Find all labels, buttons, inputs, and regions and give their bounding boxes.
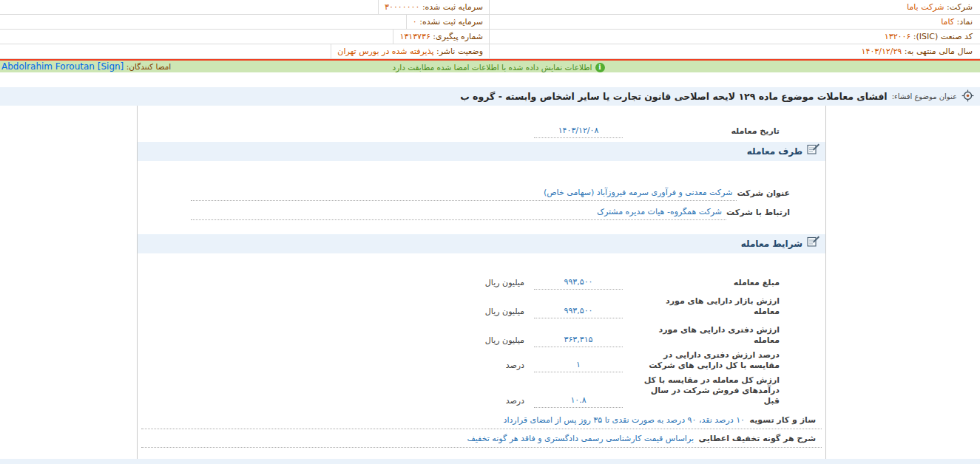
edit-note-icon bbox=[807, 234, 820, 253]
registered-capital-label: سرمایه ثبت شده: bbox=[422, 2, 483, 12]
section-terms-header: شرایط معامله bbox=[138, 234, 825, 253]
symbol-label: نماد: bbox=[957, 17, 973, 27]
fiscal-year-pair: سال مالی منتهی به: ۱۴۰۳/۱۲/۲۹ bbox=[489, 44, 980, 58]
signature-bar: امضا کنندگان: Abdolrahim Foroutan [Sign]… bbox=[0, 59, 980, 72]
book-value-label: ارزش دفتری دارایی های مورد معامله bbox=[639, 325, 780, 347]
book-value-value: ۳۶۳,۳۱۵ bbox=[534, 335, 623, 347]
discount-row: شرح هر گونه تخفیف اعطایی براساس قیمت کار… bbox=[141, 434, 822, 448]
unregistered-capital-label: سرمایه ثبت نشده: bbox=[419, 17, 483, 27]
book-value-unit: میلیون ریال bbox=[485, 335, 524, 347]
section-terms-title: شرایط معامله bbox=[741, 234, 802, 253]
fiscal-year-label: سال مالی منتهی به: bbox=[905, 47, 973, 56]
signer-name-link[interactable]: Abdolrahim Foroutan [Sign] bbox=[1, 61, 124, 72]
header-row: نماد: کاما سرمایه ثبت نشده: ۰ bbox=[0, 15, 980, 30]
tracking-number-pair: شماره پیگیری: ۱۳۱۳۷۳۶ bbox=[393, 30, 489, 44]
tracking-number-value: ۱۳۱۳۷۳۶ bbox=[399, 32, 430, 41]
section-party-title: طرف معامله bbox=[747, 142, 802, 161]
amount-row: مبلغ معامله ۹۹۳,۵۰۰ میلیون ریال bbox=[138, 277, 825, 290]
settlement-row: ساز و کار تسویه ۱۰ درصد نقد، ۹۰ درصد به … bbox=[141, 415, 822, 429]
market-value-value: ۹۹۳,۵۰۰ bbox=[534, 306, 623, 318]
company-title-value: شرکت معدنی و فرآوری سرمه فیروزآباد (سهام… bbox=[191, 188, 737, 201]
header-row-filler bbox=[0, 44, 331, 58]
registered-capital-pair: سرمایه ثبت شده: ۳۰۰۰۰۰۰۰ bbox=[378, 0, 489, 14]
edit-note-icon bbox=[807, 142, 820, 161]
market-value-label: ارزش بازار دارایی های مورد معامله bbox=[639, 296, 780, 318]
total-vs-revenue-unit: درصد bbox=[506, 396, 524, 408]
company-value: شرکت باما bbox=[907, 2, 944, 12]
settlement-label: ساز و کار تسویه bbox=[750, 415, 817, 425]
issuer-status-value: پذیرفته شده در بورس تهران bbox=[337, 47, 433, 56]
amount-label: مبلغ معامله bbox=[639, 278, 780, 290]
disclosure-title-bar: عنوان موضوع افشاء: افشای معاملات موضوع م… bbox=[0, 87, 980, 106]
company-title-row: عنوان شرکت شرکت معدنی و فرآوری سرمه فیرو… bbox=[138, 188, 825, 201]
total-vs-revenue-row: ارزش کل معامله در مقایسه با کل درآمدهای … bbox=[138, 375, 825, 408]
info-icon: i bbox=[595, 63, 604, 72]
isic-pair: کد صنعت (ISIC): ۱۳۲۰۰۶ bbox=[489, 30, 980, 44]
symbol-value: کاما bbox=[941, 17, 954, 27]
header-row-filler bbox=[0, 15, 406, 29]
issuer-status-pair: وضعیت ناشر: پذیرفته شده در بورس تهران bbox=[331, 44, 489, 58]
company-relation-label: ارتباط با شرکت bbox=[726, 208, 790, 220]
issuer-status-label: وضعیت ناشر: bbox=[436, 47, 483, 56]
signers-block: امضا کنندگان: Abdolrahim Foroutan [Sign] bbox=[1, 61, 171, 73]
isic-value: ۱۳۲۰۰۶ bbox=[885, 32, 910, 41]
discount-value: براساس قیمت کارشناسی رسمی دادگستری و فاق… bbox=[467, 434, 694, 443]
transaction-date-label: تاریخ معامله bbox=[639, 126, 780, 138]
fiscal-year-value: ۱۴۰۳/۱۲/۲۹ bbox=[862, 47, 902, 56]
header-row-filler bbox=[0, 0, 378, 14]
header-row: شرکت: شرکت باما سرمایه ثبت شده: ۳۰۰۰۰۰۰۰ bbox=[0, 0, 980, 15]
company-pair: شرکت: شرکت باما bbox=[489, 0, 980, 14]
market-value-row: ارزش بازار دارایی های مورد معامله ۹۹۳,۵۰… bbox=[138, 296, 825, 318]
header-row: سال مالی منتهی به: ۱۴۰۳/۱۲/۲۹ وضعیت ناشر… bbox=[0, 44, 980, 59]
scope-icon bbox=[962, 89, 974, 104]
disclosure-page: شرکت: شرکت باما سرمایه ثبت شده: ۳۰۰۰۰۰۰۰… bbox=[0, 0, 980, 464]
company-relation-row: ارتباط با شرکت شرکت همگروه- هیات مدیره م… bbox=[138, 207, 825, 220]
form-container: تاریخ معامله ۱۴۰۳/۱۲/۰۸ طرف معامله عنوان… bbox=[137, 106, 826, 464]
transaction-date-field: ۱۴۰۳/۱۲/۰۸ bbox=[534, 126, 623, 138]
total-vs-revenue-label: ارزش کل معامله در مقایسه با کل درآمدهای … bbox=[639, 375, 780, 408]
total-vs-revenue-value: ۱۰.۸ bbox=[534, 395, 623, 408]
page-title: افشای معاملات موضوع ماده ۱۲۹ لایحه اصلاح… bbox=[460, 91, 887, 102]
tracking-number-label: شماره پیگیری: bbox=[433, 32, 483, 41]
company-relation-value: شرکت همگروه- هیات مدیره مشترک bbox=[191, 207, 726, 220]
company-title-label: عنوان شرکت bbox=[737, 188, 790, 201]
header-row-filler bbox=[0, 30, 393, 44]
book-value-row: ارزش دفتری دارایی های مورد معامله ۳۶۳,۳۱… bbox=[138, 325, 825, 347]
discount-label: شرح هر گونه تخفیف اعطایی bbox=[699, 434, 816, 443]
amount-value: ۹۹۳,۵۰۰ bbox=[534, 277, 623, 290]
symbol-pair: نماد: کاما bbox=[489, 15, 980, 29]
signature-match-text: اطلاعات نمایش داده شده با اطلاعات امضا ش… bbox=[392, 62, 592, 73]
book-value-percent-row: درصد ارزش دفتری دارایی در مقایسه با کل د… bbox=[138, 350, 825, 372]
transaction-date-row: تاریخ معامله ۱۴۰۳/۱۲/۰۸ bbox=[138, 126, 825, 138]
unregistered-capital-pair: سرمایه ثبت نشده: ۰ bbox=[406, 15, 489, 29]
header-row: کد صنعت (ISIC): ۱۳۲۰۰۶ شماره پیگیری: ۱۳۱… bbox=[0, 30, 980, 44]
settlement-value: ۱۰ درصد نقد، ۹۰ درصد به صورت نقدی تا ۳۵ … bbox=[503, 415, 745, 425]
signers-label: امضا کنندگان: bbox=[126, 62, 171, 71]
title-prefix: عنوان موضوع افشاء: bbox=[892, 92, 957, 100]
isic-label: کد صنعت (ISIC): bbox=[913, 32, 973, 41]
book-value-percent-value: ۱ bbox=[534, 360, 623, 372]
unregistered-capital-value: ۰ bbox=[413, 17, 417, 27]
amount-unit: میلیون ریال bbox=[485, 278, 524, 290]
registered-capital-value: ۳۰۰۰۰۰۰۰ bbox=[385, 2, 419, 12]
book-value-percent-unit: درصد bbox=[506, 361, 524, 372]
section-party-header: طرف معامله bbox=[138, 142, 825, 161]
signature-match-message: i اطلاعات نمایش داده شده با اطلاعات امضا… bbox=[392, 61, 604, 73]
company-header-table: شرکت: شرکت باما سرمایه ثبت شده: ۳۰۰۰۰۰۰۰… bbox=[0, 0, 980, 59]
book-value-percent-label: درصد ارزش دفتری دارایی در مقایسه با کل د… bbox=[639, 350, 780, 372]
next-section-strip bbox=[0, 459, 980, 464]
market-value-unit: میلیون ریال bbox=[485, 307, 524, 318]
company-label: شرکت: bbox=[947, 2, 973, 12]
